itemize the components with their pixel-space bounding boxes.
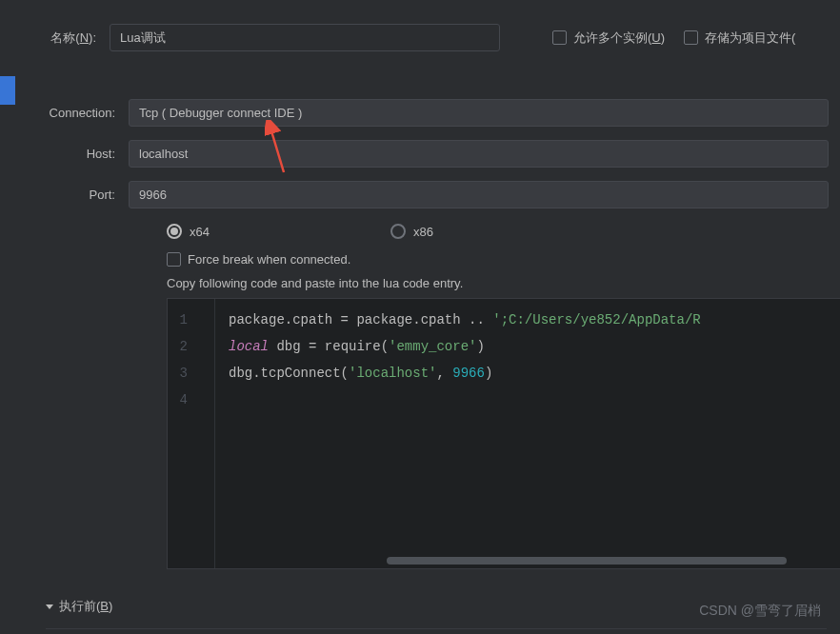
checkbox-icon <box>167 252 181 267</box>
arch-x64-label: x64 <box>190 225 210 239</box>
port-label: Port: <box>43 188 129 202</box>
radio-icon <box>390 224 406 239</box>
save-as-project-label: 存储为项目文件( <box>705 30 795 47</box>
before-run-section-toggle[interactable]: 执行前(B) <box>46 598 112 615</box>
checkbox-icon <box>552 30 567 45</box>
line-number: 1 <box>168 307 214 333</box>
line-number: 4 <box>168 386 214 413</box>
code-area[interactable]: package.cpath = package.cpath .. ';C:/Us… <box>215 299 840 568</box>
code-line: local dbg = require('emmy_core') <box>229 333 840 360</box>
separator-line <box>46 628 827 629</box>
allow-multi-label: 允许多个实例(U) <box>573 30 665 47</box>
code-line <box>229 386 840 413</box>
port-input[interactable] <box>129 181 829 208</box>
line-number: 3 <box>168 360 214 386</box>
host-label: Host: <box>43 147 129 161</box>
force-break-checkbox[interactable]: Force break when connected. <box>167 252 840 267</box>
watermark-text: CSDN @雪弯了眉梢 <box>699 603 821 620</box>
code-line: dbg.tcpConnect('localhost', 9966) <box>229 360 840 386</box>
before-run-label: 执行前(B) <box>59 598 112 615</box>
code-line: package.cpath = package.cpath .. ';C:/Us… <box>229 307 840 333</box>
code-editor[interactable]: 1 2 3 4 package.cpath = package.cpath ..… <box>167 298 840 569</box>
editor-gutter: 1 2 3 4 <box>168 299 215 568</box>
name-input[interactable] <box>110 24 500 51</box>
host-input[interactable] <box>129 140 829 168</box>
save-as-project-checkbox[interactable]: 存储为项目文件( <box>684 30 795 47</box>
connection-dropdown[interactable]: Tcp ( Debugger connect IDE ) <box>129 99 829 127</box>
force-break-label: Force break when connected. <box>188 252 350 267</box>
copy-instruction-text: Copy following code and paste into the l… <box>167 276 840 290</box>
connection-label: Connection: <box>43 106 129 120</box>
name-label: 名称(N): <box>43 30 110 47</box>
allow-multi-instance-checkbox[interactable]: 允许多个实例(U) <box>552 30 665 47</box>
checkbox-icon <box>684 30 698 45</box>
arch-x64-radio[interactable]: x64 <box>167 224 210 239</box>
horizontal-scrollbar[interactable] <box>387 557 787 565</box>
arch-x86-radio[interactable]: x86 <box>390 224 433 239</box>
arch-x86-label: x86 <box>413 225 433 239</box>
line-number: 2 <box>168 333 214 360</box>
sidebar-selection-indicator <box>0 76 15 105</box>
radio-icon <box>167 224 182 239</box>
chevron-down-icon <box>46 604 53 609</box>
